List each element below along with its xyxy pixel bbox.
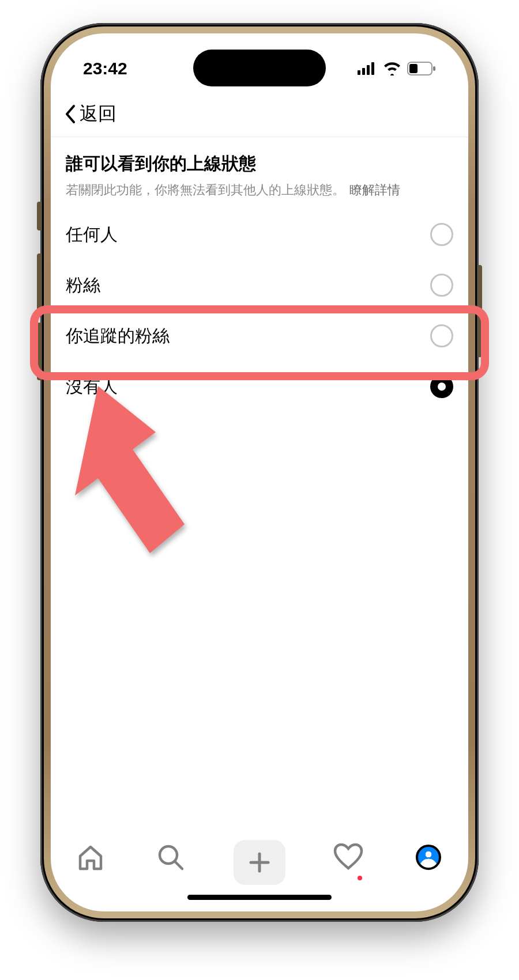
screen: 23:42 返回 上線狀態 誰可以看到你的上線狀態 若關閉此功能，你將無法看到其… xyxy=(51,33,468,911)
subtitle-text: 若關閉此功能，你將無法看到其他人的上線狀態。 xyxy=(66,181,345,199)
home-indicator xyxy=(187,895,332,900)
profile-avatar-icon xyxy=(416,845,441,870)
tab-create[interactable] xyxy=(234,840,285,885)
tab-activity[interactable] xyxy=(331,840,366,875)
status-icons xyxy=(358,62,436,75)
back-button[interactable]: 返回 xyxy=(65,101,116,127)
dynamic-island xyxy=(193,50,326,86)
plus-icon xyxy=(249,852,270,873)
radio-icon xyxy=(430,324,453,347)
volume-up-button xyxy=(37,253,42,311)
tab-search[interactable] xyxy=(153,840,188,875)
nav-bar: 返回 上線狀態 xyxy=(51,91,468,137)
radio-icon xyxy=(430,274,453,297)
option-label: 粉絲 xyxy=(66,274,100,297)
radio-icon xyxy=(430,223,453,246)
svg-rect-5 xyxy=(409,64,418,73)
tab-home[interactable] xyxy=(73,840,108,875)
chevron-left-icon xyxy=(65,105,76,123)
svg-rect-2 xyxy=(367,65,370,75)
volume-down-button xyxy=(37,323,42,380)
section-subtitle: 若關閉此功能，你將無法看到其他人的上線狀態。 瞭解詳情 xyxy=(66,181,453,199)
power-button xyxy=(477,265,482,357)
svg-rect-0 xyxy=(358,70,360,75)
option-label: 任何人 xyxy=(66,223,118,247)
learn-more-link[interactable]: 瞭解詳情 xyxy=(349,181,400,199)
side-button xyxy=(37,202,42,230)
svg-rect-1 xyxy=(362,68,365,75)
status-time: 23:42 xyxy=(83,59,127,78)
option-label: 沒有人 xyxy=(66,375,118,399)
option-label: 你追蹤的粉絲 xyxy=(66,324,170,348)
option-followers[interactable]: 粉絲 xyxy=(66,260,453,311)
content-area: 返回 上線狀態 誰可以看到你的上線狀態 若關閉此功能，你將無法看到其他人的上線狀… xyxy=(51,91,468,911)
notification-dot-icon xyxy=(358,876,362,880)
cellular-signal-icon xyxy=(358,62,377,75)
tab-profile[interactable] xyxy=(411,840,446,875)
option-followers-you-follow[interactable]: 你追蹤的粉絲 xyxy=(66,311,453,361)
wifi-icon xyxy=(383,62,401,75)
section-title: 誰可以看到你的上線狀態 xyxy=(66,152,453,176)
back-label: 返回 xyxy=(80,101,116,127)
phone-frame: 23:42 返回 上線狀態 誰可以看到你的上線狀態 若關閉此功能，你將無法看到其… xyxy=(40,23,479,922)
svg-rect-3 xyxy=(371,62,374,75)
svg-rect-6 xyxy=(433,66,435,71)
radio-selected-icon xyxy=(430,375,453,398)
option-no-one[interactable]: 沒有人 xyxy=(66,361,453,412)
settings-panel: 誰可以看到你的上線狀態 若關閉此功能，你將無法看到其他人的上線狀態。 瞭解詳情 … xyxy=(51,137,468,412)
battery-icon xyxy=(407,62,436,75)
option-anyone[interactable]: 任何人 xyxy=(66,209,453,260)
svg-line-8 xyxy=(175,861,182,869)
search-icon xyxy=(156,842,186,872)
heart-icon xyxy=(333,843,364,872)
home-icon xyxy=(76,842,106,872)
